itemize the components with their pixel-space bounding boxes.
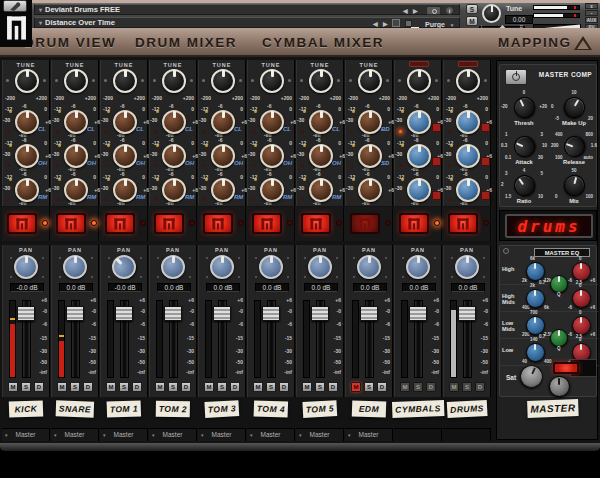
send-knob[interactable]	[15, 144, 39, 168]
tune-knob[interactable]	[113, 69, 137, 93]
send-knob[interactable]	[162, 178, 186, 202]
drum-trigger-button[interactable]	[301, 213, 331, 234]
tune-knob[interactable]	[407, 69, 431, 93]
drum-trigger-button[interactable]	[252, 213, 282, 234]
direct-button[interactable]: D	[230, 382, 240, 392]
mute-button[interactable]: M	[253, 382, 263, 392]
send-knob[interactable]	[15, 110, 39, 134]
send-button[interactable]	[432, 191, 441, 200]
fader-handle[interactable]	[458, 306, 476, 321]
pan-knob[interactable]	[357, 255, 381, 279]
solo-button[interactable]: S	[364, 382, 374, 392]
send-knob[interactable]	[358, 110, 382, 134]
send-knob[interactable]	[113, 144, 137, 168]
solo-button[interactable]: S	[315, 382, 325, 392]
tune-knob[interactable]	[15, 69, 39, 93]
comp-knob[interactable]	[562, 173, 588, 199]
comp-knob[interactable]	[511, 94, 539, 122]
comp-knob[interactable]	[510, 171, 539, 200]
drum-trigger-button[interactable]	[105, 213, 135, 234]
drum-trigger-button[interactable]	[203, 213, 233, 234]
snapshot-icon[interactable]	[426, 6, 441, 15]
send-knob[interactable]	[358, 144, 382, 168]
tune-knob[interactable]	[260, 69, 284, 93]
direct-button[interactable]: D	[132, 382, 142, 392]
pan-knob[interactable]	[406, 255, 430, 279]
send-knob[interactable]	[407, 110, 431, 134]
send-knob[interactable]	[162, 110, 186, 134]
instrument-slot-1[interactable]: ▾Deviant Drums FREE ◀ ▶ i	[34, 4, 460, 15]
mute-button[interactable]: M	[57, 382, 67, 392]
arrow-right-icon[interactable]: ▶	[413, 7, 418, 16]
output-routing-select[interactable]: ▾ Master	[51, 428, 99, 441]
mute-button[interactable]: M	[351, 382, 361, 392]
power-button[interactable]	[505, 69, 527, 85]
drum-trigger-button[interactable]	[448, 213, 478, 234]
aux-button[interactable]: AUX	[585, 17, 598, 23]
instrument-slot-2[interactable]: ▾Distance Over Time ◀ ▶ Purge▾	[34, 17, 460, 28]
comp-knob[interactable]	[560, 93, 589, 122]
tab-drum-mixer[interactable]: DRUM MIXER	[135, 35, 237, 49]
solo-button[interactable]: S	[119, 382, 129, 392]
mute-button[interactable]: M	[155, 382, 165, 392]
drum-trigger-button[interactable]	[350, 213, 380, 234]
drum-trigger-button[interactable]	[399, 213, 429, 234]
direct-button[interactable]: D	[377, 382, 387, 392]
send-knob[interactable]	[113, 110, 137, 134]
master-tune-knob[interactable]	[482, 4, 501, 23]
send-knob[interactable]	[456, 110, 480, 134]
master-volume-knob[interactable]	[549, 376, 570, 397]
pan-knob[interactable]	[107, 250, 141, 284]
send-knob[interactable]	[456, 178, 480, 202]
tab-cymbal-mixer[interactable]: CYMBAL MIXER	[262, 35, 384, 49]
output-routing-select[interactable]: ▾ Master	[149, 428, 197, 441]
send-knob[interactable]	[162, 144, 186, 168]
pan-knob[interactable]	[161, 255, 185, 279]
output-routing-select[interactable]: ▾ Master	[198, 428, 246, 441]
send-knob[interactable]	[309, 144, 333, 168]
direct-button[interactable]: D	[328, 382, 338, 392]
tune-knob[interactable]	[358, 69, 382, 93]
send-knob[interactable]	[211, 144, 235, 168]
tune-knob[interactable]	[456, 69, 480, 93]
toggle-icon[interactable]	[405, 20, 412, 27]
wrench-icon[interactable]	[3, 0, 27, 12]
solo-button[interactable]: S	[168, 382, 178, 392]
solo-button[interactable]: S	[70, 382, 80, 392]
arrow-left-icon[interactable]: ◀	[403, 7, 408, 16]
send-knob[interactable]	[211, 110, 235, 134]
mute-button[interactable]: M	[466, 16, 478, 26]
output-routing-select[interactable]: ▾ Master	[247, 428, 295, 441]
pan-knob[interactable]	[14, 255, 38, 279]
send-knob[interactable]	[64, 178, 88, 202]
fader-handle[interactable]	[262, 306, 280, 321]
output-routing-select[interactable]: ▾ Master	[296, 428, 344, 441]
solo-button[interactable]: S	[217, 382, 227, 392]
tune-knob[interactable]	[64, 69, 88, 93]
output-routing-select[interactable]: ▾ Master	[100, 428, 148, 441]
eq-q-knob[interactable]	[550, 329, 568, 347]
send-knob[interactable]	[211, 178, 235, 202]
fader-handle[interactable]	[213, 306, 231, 321]
info-icon[interactable]: i	[445, 6, 454, 15]
drum-trigger-button[interactable]	[7, 213, 37, 234]
tune-knob[interactable]	[211, 69, 235, 93]
direct-button[interactable]: D	[181, 382, 191, 392]
send-knob[interactable]	[15, 178, 39, 202]
send-button[interactable]	[481, 191, 490, 200]
send-knob[interactable]	[407, 178, 431, 202]
pan-knob[interactable]	[210, 255, 234, 279]
close-icon[interactable]: x	[585, 3, 598, 9]
mute-button[interactable]: M	[449, 382, 459, 392]
direct-button[interactable]: D	[83, 382, 93, 392]
drum-trigger-button[interactable]	[56, 213, 86, 234]
fader-handle[interactable]	[360, 306, 378, 321]
minimize-icon[interactable]: -	[585, 10, 598, 16]
tab-mapping[interactable]: MAPPING	[498, 35, 572, 49]
output-routing-select[interactable]: ▾	[394, 428, 442, 441]
send-knob[interactable]	[64, 144, 88, 168]
send-knob[interactable]	[260, 144, 284, 168]
direct-button[interactable]: D	[475, 382, 485, 392]
direct-button[interactable]: D	[426, 382, 436, 392]
send-button[interactable]	[481, 157, 490, 166]
